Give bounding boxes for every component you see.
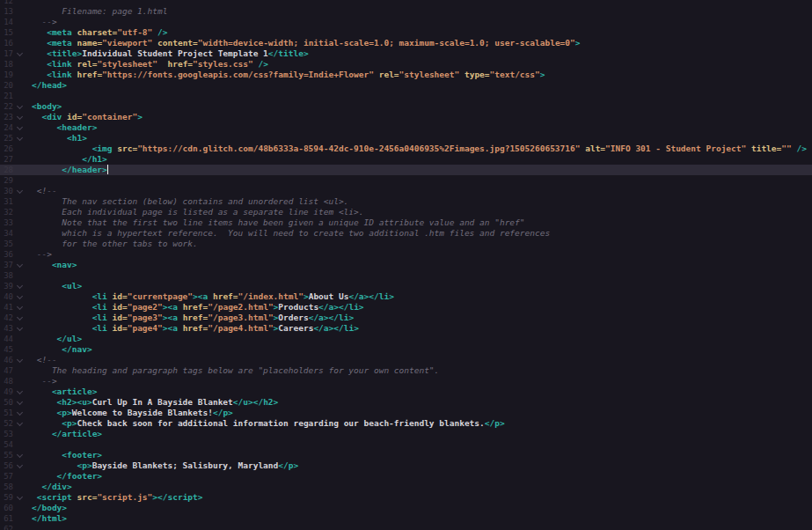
code-line[interactable]: 55 <footer> xyxy=(0,450,812,460)
fold-gutter[interactable] xyxy=(15,302,25,313)
code-line[interactable]: 31 The nav section (below) contains and … xyxy=(0,196,812,207)
chevron-down-icon[interactable] xyxy=(17,387,23,394)
code-line[interactable]: 47 The heading and paragraph tags below … xyxy=(0,365,812,376)
chevron-down-icon[interactable] xyxy=(17,451,23,457)
code-line[interactable]: 61</html> xyxy=(0,513,812,524)
chevron-down-icon[interactable] xyxy=(17,187,23,193)
chevron-down-icon[interactable] xyxy=(17,398,23,404)
fold-gutter[interactable] xyxy=(15,450,25,460)
code-line[interactable]: 16 <meta name="viewport" content="width=… xyxy=(0,38,812,48)
fold-gutter xyxy=(15,27,25,38)
fold-gutter[interactable] xyxy=(15,492,25,503)
line-number: 32 xyxy=(0,207,13,217)
code-line[interactable]: 49 <article> xyxy=(0,386,812,397)
fold-gutter[interactable] xyxy=(15,281,25,291)
code-line[interactable]: 13 Filename: page 1.html xyxy=(0,6,812,17)
code-line[interactable]: 15 <meta charset="utf-8" /> xyxy=(0,27,812,38)
code-line[interactable]: 51 <p>Welcome to Bayside Blankets!</p> xyxy=(0,408,812,418)
fold-gutter[interactable] xyxy=(15,386,25,397)
comment-token: Note that the first two line items have … xyxy=(62,217,524,227)
fold-gutter[interactable] xyxy=(15,122,25,133)
chevron-down-icon[interactable] xyxy=(17,419,23,425)
code-lines-container: 1213 Filename: page 1.html14 -->15 <meta… xyxy=(0,0,812,530)
str-token: "page2" xyxy=(128,302,163,312)
chevron-down-icon[interactable] xyxy=(17,356,23,362)
chevron-down-icon[interactable] xyxy=(17,292,23,298)
code-line[interactable]: 37 <nav> xyxy=(0,260,812,270)
fold-gutter[interactable] xyxy=(15,408,25,418)
chevron-down-icon[interactable] xyxy=(17,303,23,309)
fold-gutter[interactable] xyxy=(15,291,25,302)
fold-gutter[interactable] xyxy=(15,355,25,365)
code-line[interactable]: 35 for the other tabs to work. xyxy=(0,239,812,249)
code-line[interactable]: 56 <p>Bayside Blankets; Salisbury, Maryl… xyxy=(0,460,812,471)
fold-gutter[interactable] xyxy=(15,186,25,196)
code-line[interactable]: 33 Note that the first two line items ha… xyxy=(0,217,812,228)
code-line[interactable]: 21 xyxy=(0,91,812,101)
code-line[interactable]: 38 xyxy=(0,270,812,281)
code-line[interactable]: 44 </ul> xyxy=(0,334,812,344)
code-line[interactable]: 12 xyxy=(0,0,812,6)
code-line[interactable]: 46 <!-- xyxy=(0,355,812,365)
code-line[interactable]: 53 </article> xyxy=(0,429,812,439)
code-line[interactable]: 60</body> xyxy=(0,503,812,513)
code-line[interactable]: 17 <title>Individual Student Project Tem… xyxy=(0,48,812,59)
code-line[interactable]: 58 </div> xyxy=(0,482,812,492)
chevron-down-icon[interactable] xyxy=(17,102,23,108)
fold-gutter xyxy=(15,17,25,27)
code-line[interactable]: 26 <img src="https://cdn.glitch.com/48b6… xyxy=(0,144,812,154)
code-line[interactable]: 22<body> xyxy=(0,101,812,112)
chevron-down-icon[interactable] xyxy=(17,113,23,119)
code-line[interactable]: 54 xyxy=(0,439,812,450)
code-line[interactable]: 24 <header> xyxy=(0,122,812,133)
fold-gutter[interactable] xyxy=(15,323,25,334)
code-line[interactable]: 39 <ul> xyxy=(0,281,812,291)
code-line[interactable]: 29 xyxy=(0,175,812,186)
fold-gutter[interactable] xyxy=(15,397,25,408)
code-line[interactable]: 18 <link rel="stylesheet" href="styles.c… xyxy=(0,59,812,70)
code-line[interactable]: 34 which is a hypertext reference. You w… xyxy=(0,228,812,239)
code-line[interactable]: 45 </nav> xyxy=(0,344,812,355)
chevron-down-icon[interactable] xyxy=(17,134,23,140)
chevron-down-icon[interactable] xyxy=(17,409,23,415)
code-editor[interactable]: 1213 Filename: page 1.html14 -->15 <meta… xyxy=(0,0,812,530)
code-line[interactable]: 36 --> xyxy=(0,249,812,260)
chevron-down-icon[interactable] xyxy=(17,324,23,330)
fold-gutter[interactable] xyxy=(15,133,25,144)
fold-gutter[interactable] xyxy=(15,260,25,270)
chevron-down-icon[interactable] xyxy=(17,123,23,129)
chevron-down-icon[interactable] xyxy=(17,313,23,320)
fold-gutter[interactable] xyxy=(15,313,25,323)
code-line[interactable]: 62 xyxy=(0,524,812,530)
code-line[interactable]: 50 <h2><u>Curl Up In A Bayside Blanket</… xyxy=(0,397,812,408)
fold-gutter[interactable] xyxy=(15,460,25,471)
fold-gutter[interactable] xyxy=(15,101,25,112)
tag-token: /> xyxy=(792,144,807,153)
fold-gutter[interactable] xyxy=(15,112,25,122)
fold-gutter[interactable] xyxy=(15,418,25,429)
code-line[interactable]: 30 <!-- xyxy=(0,186,812,196)
code-text: <img src="https://cdn.glitch.com/48b6333… xyxy=(32,144,807,154)
code-line[interactable]: 40 <li id="currentpage"><a href="/index.… xyxy=(0,291,812,302)
code-line[interactable]: 19 <link href="https://fonts.googleapis.… xyxy=(0,70,812,80)
chevron-down-icon[interactable] xyxy=(17,261,23,267)
code-line[interactable]: 43 <li id="page4"><a href="/page4.html">… xyxy=(0,323,812,334)
code-line[interactable]: 28 </header> xyxy=(0,165,812,175)
code-line[interactable]: 48 --> xyxy=(0,376,812,386)
code-line[interactable]: 57 </footer> xyxy=(0,471,812,482)
code-line[interactable]: 14 --> xyxy=(0,17,812,27)
code-line[interactable]: 32 Each individual page is listed as a s… xyxy=(0,207,812,217)
code-line[interactable]: 41 <li id="page2"><a href="/page2.html">… xyxy=(0,302,812,313)
chevron-down-icon[interactable] xyxy=(17,282,23,288)
code-line[interactable]: 42 <li id="page3"><a href="/page3.html">… xyxy=(0,313,812,323)
chevron-down-icon[interactable] xyxy=(17,49,23,55)
chevron-down-icon[interactable] xyxy=(17,461,23,467)
code-line[interactable]: 25 <h1> xyxy=(0,133,812,144)
code-line[interactable]: 52 <p>Check back soon for additional inf… xyxy=(0,418,812,429)
chevron-down-icon[interactable] xyxy=(17,493,23,499)
code-line[interactable]: 27 </h1> xyxy=(0,154,812,165)
code-line[interactable]: 23 <div id="container"> xyxy=(0,112,812,122)
fold-gutter[interactable] xyxy=(15,48,25,59)
code-line[interactable]: 59 <script src="script.js"></script> xyxy=(0,492,812,503)
code-line[interactable]: 20</head> xyxy=(0,80,812,91)
